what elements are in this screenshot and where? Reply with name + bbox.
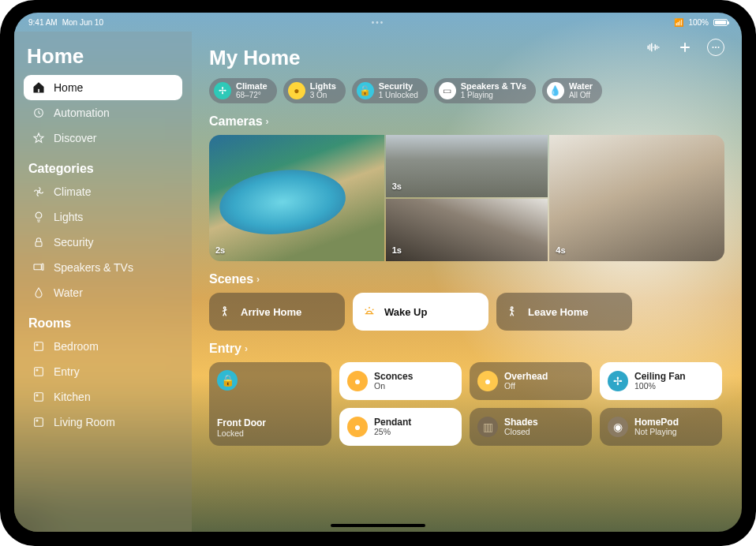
svg-point-15 (717, 47, 719, 48)
sidebar-item-living-room[interactable]: Living Room (24, 410, 182, 435)
camera-tile[interactable]: 2s (209, 135, 384, 261)
bulb-icon: ● (288, 82, 305, 99)
camera-timestamp: 4s (556, 245, 565, 255)
chevron-right-icon: › (245, 343, 248, 354)
house-icon (32, 80, 46, 95)
sidebar-item-lights[interactable]: Lights (24, 204, 182, 230)
main-content: My Home ✢ Climate68–72° ● Lights3 On 🔓 S… (192, 32, 742, 532)
svg-point-16 (223, 307, 226, 309)
svg-rect-3 (34, 264, 41, 270)
svg-point-8 (36, 369, 38, 371)
sidebar-item-security[interactable]: Security (24, 230, 182, 255)
sidebar-item-climate[interactable]: Climate (24, 179, 182, 204)
chevron-right-icon: › (266, 116, 269, 127)
sidebar-item-discover[interactable]: Discover (24, 125, 182, 151)
fan-icon: ✢ (608, 371, 628, 391)
chip-water[interactable]: 💧 WaterAll Off (542, 78, 602, 103)
sidebar-item-label: Climate (54, 185, 91, 198)
battery-percent: 100% (688, 18, 709, 27)
camera-tile[interactable]: 1s (386, 199, 548, 261)
person-arrive-icon (219, 305, 233, 319)
status-chips: ✢ Climate68–72° ● Lights3 On 🔓 Security1… (209, 78, 724, 103)
sidebar-item-label: Lights (54, 211, 83, 223)
add-button[interactable] (676, 38, 694, 57)
sidebar-section-categories: Categories (28, 162, 179, 176)
svg-rect-9 (35, 393, 43, 402)
scene-wake-up[interactable]: Wake Up (353, 293, 488, 331)
cameras-header[interactable]: Cameras › (209, 114, 724, 129)
sidebar-item-entry[interactable]: Entry (24, 359, 182, 384)
sidebar-item-speakers-tvs[interactable]: Speakers & TVs (24, 255, 182, 280)
scenes-row: Arrive Home Wake Up Leave Home (209, 293, 724, 331)
room-icon (32, 365, 46, 379)
scenes-header[interactable]: Scenes › (209, 272, 724, 286)
tile-sconces[interactable]: ● SconcesOn (339, 362, 462, 400)
svg-point-10 (36, 395, 38, 396)
entry-header[interactable]: Entry › (209, 342, 724, 356)
tv-icon (32, 260, 46, 275)
homepod-icon: ◉ (608, 417, 628, 437)
tile-homepod[interactable]: ◉ HomePodNot Playing (600, 408, 722, 446)
lock-icon (32, 235, 46, 249)
chip-speakers-tvs[interactable]: ▭ Speakers & TVs1 Playing (434, 78, 536, 103)
svg-point-17 (511, 307, 513, 309)
room-icon (32, 339, 46, 353)
tile-ceiling-fan[interactable]: ✢ Ceiling Fan100% (600, 362, 722, 400)
sidebar: Home Home Automation Discover Categories… (14, 32, 192, 532)
chip-security[interactable]: 🔓 Security1 Unlocked (352, 78, 428, 103)
sunrise-icon (362, 305, 376, 319)
sidebar-item-bedroom[interactable]: Bedroom (24, 334, 182, 359)
sidebar-item-automation[interactable]: Automation (24, 100, 182, 125)
chip-lights[interactable]: ● Lights3 On (283, 78, 346, 103)
bulb-icon (32, 210, 46, 224)
camera-timestamp: 1s (392, 245, 402, 255)
sidebar-item-home[interactable]: Home (24, 75, 182, 100)
room-icon (32, 415, 46, 429)
drop-icon (32, 286, 46, 300)
cameras-grid: 2s 3s 1s 4s (209, 135, 724, 261)
status-bar: 9:41 AM Mon Jun 10 ••• 100% (14, 13, 742, 28)
star-icon (32, 131, 46, 145)
sidebar-item-label: Entry (54, 365, 80, 378)
battery-icon (713, 19, 728, 26)
chip-climate[interactable]: ✢ Climate68–72° (209, 78, 277, 103)
multitask-dots[interactable]: ••• (372, 18, 385, 27)
lock-icon: 🔒 (217, 370, 238, 391)
scene-leave-home[interactable]: Leave Home (496, 293, 632, 331)
tile-overhead[interactable]: ● OverheadOff (470, 362, 592, 400)
svg-rect-4 (42, 264, 43, 270)
scene-arrive-home[interactable]: Arrive Home (209, 293, 345, 331)
home-indicator[interactable] (331, 524, 425, 527)
svg-rect-2 (36, 241, 42, 246)
chevron-right-icon: › (256, 274, 260, 285)
tile-front-door[interactable]: 🔒 Front DoorLocked (209, 362, 331, 446)
sidebar-item-label: Home (54, 81, 83, 94)
sidebar-item-label: Living Room (54, 416, 115, 428)
bulb-icon: ● (347, 371, 368, 391)
sidebar-item-label: Bedroom (54, 340, 99, 353)
clock-icon (32, 106, 46, 120)
camera-tile[interactable]: 3s (386, 135, 548, 197)
sidebar-item-label: Speakers & TVs (54, 261, 133, 274)
tile-shades[interactable]: ▥ ShadesClosed (470, 408, 592, 446)
status-date: Mon Jun 10 (62, 18, 103, 27)
intercom-button[interactable] (644, 38, 663, 57)
svg-point-14 (715, 47, 717, 48)
sidebar-item-water[interactable]: Water (24, 280, 182, 305)
camera-timestamp: 2s (215, 245, 225, 255)
entry-grid: 🔒 Front DoorLocked ● SconcesOn ● Overhea… (209, 362, 724, 446)
tile-pendant[interactable]: ● Pendant25% (339, 408, 462, 446)
sidebar-item-kitchen[interactable]: Kitchen (24, 384, 182, 410)
person-leave-icon (506, 305, 520, 319)
tv-icon: ▭ (439, 82, 456, 99)
sidebar-item-label: Water (54, 286, 83, 299)
svg-point-12 (36, 420, 38, 421)
camera-tile[interactable]: 4s (549, 135, 724, 261)
svg-rect-7 (35, 368, 43, 376)
svg-rect-11 (35, 418, 43, 427)
more-button[interactable] (707, 39, 724, 56)
svg-point-6 (36, 344, 38, 346)
sidebar-item-label: Security (54, 236, 94, 249)
sidebar-item-label: Discover (54, 132, 96, 144)
svg-rect-5 (35, 342, 43, 351)
